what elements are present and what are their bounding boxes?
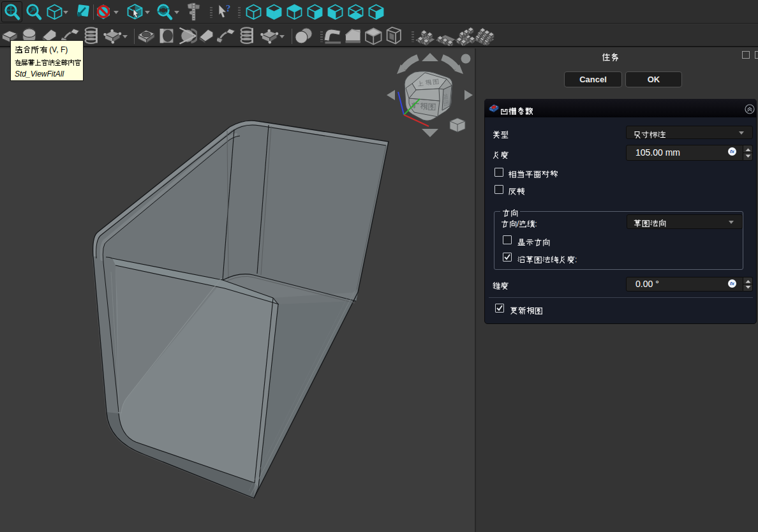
svg-text:?: ? [226,3,231,13]
